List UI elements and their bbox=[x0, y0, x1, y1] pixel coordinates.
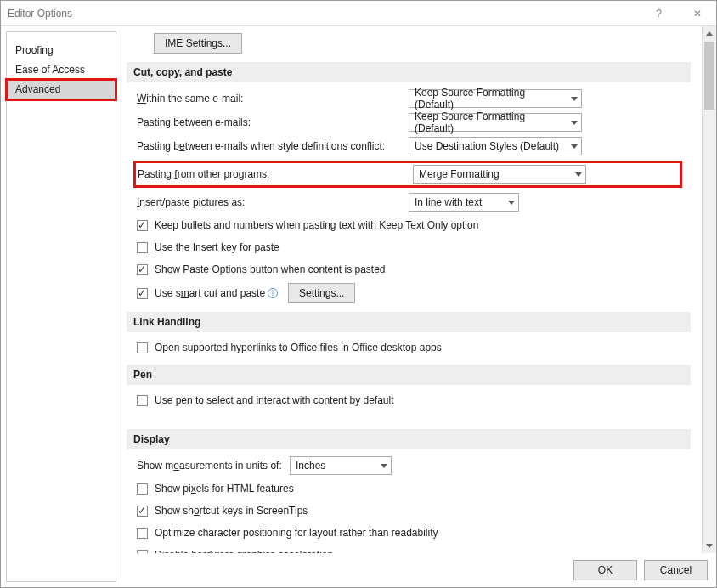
optimize-char-checkbox[interactable] bbox=[137, 528, 148, 539]
open-hyperlinks-checkbox[interactable] bbox=[137, 342, 148, 353]
pixels-html-label: Show pixels for HTML features bbox=[155, 483, 294, 495]
section-cut-copy-paste: Cut, copy, and paste bbox=[127, 62, 691, 82]
show-paste-options-checkbox[interactable] bbox=[137, 264, 148, 275]
keep-bullets-checkbox[interactable] bbox=[137, 220, 148, 231]
shortcut-keys-label: Show shortcut keys in ScreenTips bbox=[155, 505, 308, 517]
insert-key-label: Use the Insert key for paste bbox=[155, 241, 279, 253]
ime-settings-button[interactable]: IME Settings... bbox=[154, 33, 242, 54]
info-icon[interactable]: i bbox=[268, 288, 278, 298]
shortcut-keys-checkbox[interactable] bbox=[137, 506, 148, 517]
cancel-label: Cancel bbox=[660, 564, 692, 576]
pasting-other-programs-label: Pasting from other programs: bbox=[138, 168, 413, 180]
pasting-other-programs-combo[interactable]: Merge Formatting bbox=[413, 165, 586, 184]
section-link-handling: Link Handling bbox=[127, 312, 691, 332]
combo-value: Keep Source Formatting (Default) bbox=[415, 87, 566, 110]
measurement-units-label: Show measurements in units of: bbox=[137, 460, 290, 472]
chevron-down-icon bbox=[571, 144, 578, 149]
combo-value: Keep Source Formatting (Default) bbox=[415, 110, 566, 134]
settings-button-label: Settings... bbox=[299, 287, 344, 299]
cancel-button[interactable]: Cancel bbox=[644, 560, 708, 580]
insert-key-checkbox[interactable] bbox=[137, 242, 148, 253]
sidebar-item-proofing[interactable]: Proofing bbox=[7, 41, 116, 60]
combo-value: Inches bbox=[296, 460, 325, 472]
ime-settings-label: IME Settings... bbox=[165, 37, 231, 49]
insert-pictures-label: Insert/paste pictures as: bbox=[137, 196, 409, 208]
disable-hw-label: Disable hardware graphics acceleration bbox=[155, 549, 333, 553]
combo-value: Merge Formatting bbox=[419, 168, 500, 180]
within-same-email-combo[interactable]: Keep Source Formatting (Default) bbox=[409, 89, 582, 108]
chevron-down-icon bbox=[508, 201, 515, 205]
combo-value: Use Destination Styles (Default) bbox=[415, 140, 559, 152]
use-pen-label: Use pen to select and interact with cont… bbox=[155, 394, 394, 406]
pasting-between-emails-label: Pasting between e-mails: bbox=[137, 116, 409, 128]
keep-bullets-label: Keep bullets and numbers when pasting te… bbox=[155, 219, 478, 231]
editor-options-dialog: Editor Options ? ✕ Proofing Ease of Acce… bbox=[0, 0, 717, 588]
chevron-down-icon bbox=[575, 172, 582, 177]
category-sidebar: Proofing Ease of Access Advanced bbox=[6, 31, 116, 582]
chevron-down-icon bbox=[571, 97, 578, 101]
chevron-down-icon bbox=[381, 464, 387, 468]
ok-label: OK bbox=[598, 564, 613, 576]
pasting-between-emails-combo[interactable]: Keep Source Formatting (Default) bbox=[409, 113, 582, 132]
section-pen: Pen bbox=[127, 365, 691, 385]
titlebar: Editor Options ? ✕ bbox=[1, 1, 716, 26]
window-title: Editor Options bbox=[8, 8, 72, 20]
pasting-between-conflict-label: Pasting between e-mails when style defin… bbox=[137, 140, 409, 152]
use-pen-checkbox[interactable] bbox=[137, 395, 148, 406]
optimize-char-label: Optimize character positioning for layou… bbox=[155, 527, 438, 539]
dialog-footer: OK Cancel bbox=[120, 553, 716, 587]
smart-cut-paste-label: Use smart cut and paste bbox=[155, 287, 265, 299]
show-paste-options-label: Show Paste Options button when content i… bbox=[155, 263, 386, 275]
combo-value: In line with text bbox=[415, 196, 482, 208]
smart-cut-settings-button[interactable]: Settings... bbox=[288, 283, 355, 303]
close-button[interactable]: ✕ bbox=[678, 1, 716, 25]
pasting-other-programs-row: Pasting from other programs: Merge Forma… bbox=[133, 161, 682, 188]
disable-hw-checkbox[interactable] bbox=[137, 550, 148, 554]
sidebar-item-advanced[interactable]: Advanced bbox=[7, 80, 116, 99]
ok-button[interactable]: OK bbox=[573, 560, 637, 580]
within-same-email-label: Within the same e-mail: bbox=[137, 93, 409, 105]
smart-cut-paste-checkbox[interactable] bbox=[137, 288, 148, 299]
pasting-between-conflict-combo[interactable]: Use Destination Styles (Default) bbox=[409, 137, 582, 155]
help-button[interactable]: ? bbox=[640, 1, 678, 25]
insert-pictures-combo[interactable]: In line with text bbox=[409, 193, 519, 212]
measurement-units-combo[interactable]: Inches bbox=[290, 456, 392, 475]
open-hyperlinks-label: Open supported hyperlinks to Office file… bbox=[155, 342, 442, 353]
pixels-html-checkbox[interactable] bbox=[137, 483, 148, 495]
section-display: Display bbox=[127, 429, 691, 449]
sidebar-item-ease-of-access[interactable]: Ease of Access bbox=[7, 60, 116, 80]
chevron-down-icon bbox=[571, 121, 578, 125]
